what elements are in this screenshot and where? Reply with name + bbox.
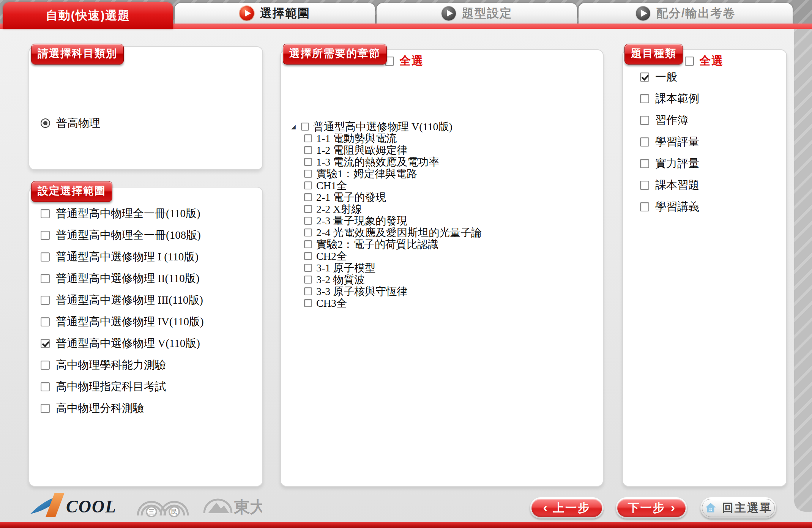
chapter-label: 1-1 電動勢與電流 [316,133,397,144]
checkbox[interactable] [41,296,50,305]
chapter-label: 2-4 光電效應及愛因斯坦的光量子論 [316,227,482,238]
checkbox[interactable] [41,252,50,262]
tab-score-output[interactable]: 配分/輸出考卷 [579,3,793,24]
sanmin-char-1: 三 [148,509,155,515]
type-option-row: 學習講義 [640,196,699,218]
checkbox[interactable] [41,404,50,413]
mountain-icon [208,503,229,513]
checkbox-label: 高中物理分科測驗 [56,403,144,414]
range-option-row: 普通型高中選修物理 III(110版) [41,289,204,311]
checkbox[interactable] [304,264,312,272]
subject-panel-title: 請選擇科目類別 [31,44,124,65]
chapter-select-all: 全選 [385,53,424,69]
checkbox-label: 實力評量 [655,158,699,169]
checkbox[interactable] [304,287,312,295]
checkbox[interactable] [41,339,50,348]
checkbox-label: 課本範例 [655,93,699,104]
select-all-label: 全選 [399,53,424,69]
range-option-row: 高中物理分科測驗 [41,397,204,419]
checkbox[interactable] [304,193,312,201]
house-icon [705,502,717,514]
chapter-label: 3-1 原子模型 [316,263,375,273]
checkbox[interactable] [304,181,312,189]
chapter-panel: 全選 ◢ 普通型高中選修物理 V(110版) 1-1 電動勢與電流 1-2 電阻… [280,49,604,487]
tab-question-type-settings[interactable]: 題型設定 [377,3,577,24]
range-option-row: 普通型高中物理全一冊(110版) [41,203,204,224]
chapter-row: 2-1 電子的發現 [304,191,482,203]
chapter-row: 2-3 量子現象的發現 [304,215,482,227]
checkbox[interactable] [41,382,50,391]
checkbox[interactable] [304,134,312,142]
expand-icon[interactable]: ◢ [290,124,297,129]
checkbox-label: 高中物理學科能力測驗 [56,359,166,370]
chapter-label: CH1全 [316,180,347,191]
checkbox[interactable] [304,299,312,307]
select-all-checkbox[interactable] [685,57,694,66]
chapter-row: 1-1 電動勢與電流 [304,132,482,144]
tab-bar: 自動(快速)選題 選擇範圍 題型設定 配分/輸出考卷 [0,0,812,24]
dongda-logo: 東大 [201,494,262,516]
checkbox[interactable] [304,276,312,284]
checkbox[interactable] [41,361,50,370]
tree-root-row: ◢ 普通型高中選修物理 V(110版) [290,121,482,132]
chapter-label: CH3全 [316,298,347,309]
tree-root-label: 普通型高中選修物理 V(110版) [313,121,453,132]
subject-radio[interactable] [41,118,50,128]
checkbox[interactable] [304,217,312,225]
chapter-tree: ◢ 普通型高中選修物理 V(110版) 1-1 電動勢與電流 1-2 電阻與歐姆… [290,121,482,309]
next-button[interactable]: 下一步 › [616,497,687,519]
play-icon [636,6,650,20]
range-panel-title: 設定選擇範圍 [31,181,112,202]
chapter-label: 2-1 電子的發現 [316,192,386,203]
tab-auto-quick-select[interactable]: 自動(快速)選題 [3,2,173,29]
home-button[interactable]: 回主選單 [700,497,776,519]
type-option-row: 習作簿 [640,109,699,131]
checkbox[interactable] [640,159,649,168]
chapter-row: 3-1 原子模型 [304,262,482,274]
chapter-label: 1-2 電阻與歐姆定律 [316,145,407,156]
app-window: 自動(快速)選題 選擇範圍 題型設定 配分/輸出考卷 請選擇科目類別 普高物理 … [0,0,812,528]
checkbox[interactable] [41,231,50,240]
chapter-row: 1-3 電流的熱效應及電功率 [304,156,482,168]
checkbox[interactable] [640,116,649,125]
cool-logo-text: COOL [66,497,117,516]
checkbox-label: 普通型高中選修物理 V(110版) [56,338,200,349]
sanmin-char-2: 民 [171,509,177,515]
checkbox-label: 高中物理指定科目考試 [56,381,166,392]
checkbox[interactable] [640,137,649,147]
sanmin-logo: 三 民 [134,493,191,517]
checkbox[interactable] [304,240,312,248]
checkbox[interactable] [41,274,50,283]
checkbox[interactable] [304,229,312,236]
chapter-row: CH3全 [304,297,482,309]
range-option-row: 普通型高中選修物理 I (110版) [41,246,204,268]
type-option-row: 學習評量 [640,131,699,153]
checkbox-label: 普通型高中選修物理 II(110版) [56,273,199,284]
tab-label: 選擇範圍 [260,5,310,21]
checkbox[interactable] [640,202,649,211]
chapter-label: 2-2 X射線 [316,204,362,214]
chapter-label: 1-3 電流的熱效應及電功率 [316,157,439,167]
checkbox[interactable] [41,317,50,326]
checkbox[interactable] [301,123,309,131]
checkbox[interactable] [640,94,649,103]
tab-select-range[interactable]: 選擇範圍 [175,3,375,24]
checkbox[interactable] [304,205,312,213]
checkbox-label: 普通型高中選修物理 III(110版) [56,295,203,306]
checkbox[interactable] [304,146,312,154]
checkbox[interactable] [41,209,50,218]
chapter-label: 實驗2：電子的荷質比認識 [316,239,438,250]
footer-logos: COOL 三 民 東大 [30,491,262,520]
checkbox-label: 一般 [655,71,677,82]
checkbox[interactable] [640,181,649,190]
type-select-all: 全選 [685,53,724,69]
chapter-row: 3-3 原子核與守恆律 [304,285,482,297]
checkbox[interactable] [304,158,312,166]
checkbox-label: 普通型高中物理全一冊(108版) [56,230,201,241]
subject-panel: 普高物理 [28,46,263,170]
checkbox[interactable] [304,252,312,260]
prev-button[interactable]: ‹ 上一步 [530,497,604,519]
checkbox[interactable] [304,170,312,178]
checkbox[interactable] [640,73,649,82]
type-option-row: 實力評量 [640,153,699,174]
